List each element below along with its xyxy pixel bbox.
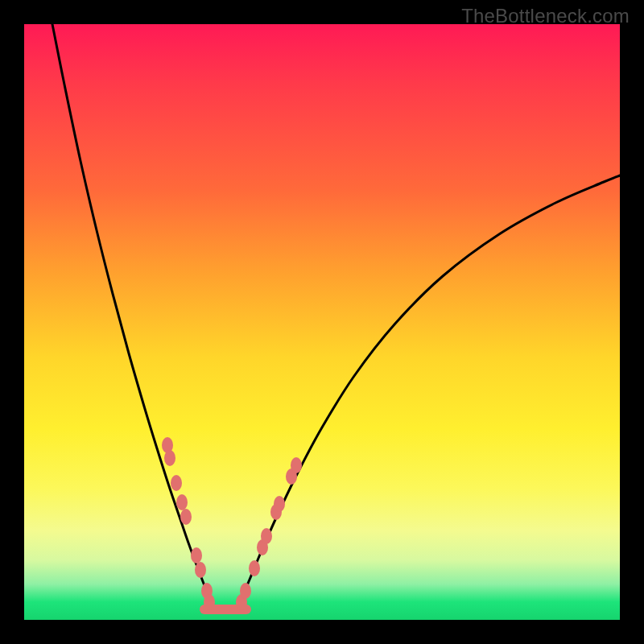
curve-layer <box>24 24 620 620</box>
curve-marker <box>171 475 182 491</box>
curve-marker <box>204 594 215 610</box>
curve-marker <box>176 494 188 510</box>
curve-marker <box>249 560 260 576</box>
curve-marker <box>191 547 202 564</box>
curve-marker <box>195 562 206 578</box>
chart-frame: TheBottleneck.com <box>0 0 644 644</box>
curve-marker <box>180 509 192 525</box>
curve-marker <box>240 583 251 599</box>
plot-area <box>24 24 620 620</box>
curve-marker <box>291 457 302 473</box>
curve-marker <box>164 450 175 466</box>
curve-marker <box>261 528 272 544</box>
curve-marker <box>274 496 285 512</box>
right-curve-path <box>240 175 620 602</box>
